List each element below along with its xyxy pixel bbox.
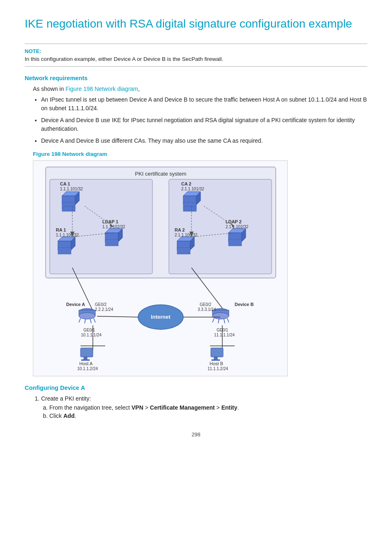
sub-step-list-1: From the navigation tree, select VPN > C…	[49, 404, 367, 419]
svg-point-68	[212, 313, 229, 319]
svg-text:1.1.1.101/32: 1.1.1.101/32	[60, 187, 83, 191]
svg-text:GE0/2: GE0/2	[200, 302, 212, 307]
svg-text:GE0/2: GE0/2	[95, 302, 107, 307]
figure-label: Figure 198 Network diagram	[33, 151, 367, 157]
svg-line-59	[90, 319, 91, 323]
network-requirements-heading: Network requirements	[25, 75, 367, 81]
svg-text:1.1.1.102/32: 1.1.1.102/32	[102, 225, 125, 229]
svg-rect-14	[58, 248, 71, 254]
substep-1a: From the navigation tree, select VPN > C…	[49, 404, 367, 411]
svg-text:3.3.3.1/24: 3.3.3.1/24	[198, 307, 216, 312]
svg-text:LDAP 1: LDAP 1	[102, 219, 118, 224]
configuring-heading: Configuring Device A	[25, 385, 367, 391]
svg-text:10.1.1.1/24: 10.1.1.1/24	[81, 333, 101, 337]
svg-text:CA 2: CA 2	[181, 181, 191, 186]
svg-text:2.1.1.101/32: 2.1.1.101/32	[181, 187, 204, 191]
svg-line-80	[97, 316, 138, 317]
svg-rect-27	[183, 206, 196, 211]
network-diagram: PKI certificate system CA 1 1.1.1.101/32…	[33, 160, 288, 376]
svg-text:2.2.2.1/24: 2.2.2.1/24	[95, 307, 113, 312]
svg-line-60	[94, 318, 95, 322]
note-box: NOTE: In this configuration example, eit…	[25, 44, 367, 67]
svg-line-70	[218, 319, 219, 323]
svg-text:CA 1: CA 1	[60, 181, 70, 186]
svg-line-58	[85, 319, 85, 323]
svg-rect-95	[212, 359, 220, 361]
step-1: Create a PKI entity: From the navigation…	[41, 395, 367, 419]
svg-text:Host A: Host A	[79, 361, 93, 366]
page-number: 298	[25, 431, 367, 438]
svg-text:Internet: Internet	[151, 314, 171, 320]
bullet-item-1: An IPsec tunnel is set up between Device…	[41, 95, 367, 113]
svg-text:LDAP 2: LDAP 2	[226, 219, 242, 224]
svg-text:RA 2: RA 2	[175, 227, 185, 232]
svg-text:PKI certificate system: PKI certificate system	[135, 171, 187, 177]
svg-text:Device B: Device B	[235, 302, 254, 307]
svg-text:11.1.1.2/24: 11.1.1.2/24	[208, 366, 228, 371]
svg-text:Host B: Host B	[210, 361, 223, 366]
svg-rect-93	[211, 348, 223, 357]
svg-line-72	[227, 318, 229, 322]
svg-rect-3	[169, 179, 272, 274]
svg-rect-8	[62, 206, 75, 211]
svg-rect-20	[105, 239, 118, 246]
page-title: IKE negotiation with RSA digital signatu…	[25, 16, 367, 31]
note-text: In this configuration example, either De…	[25, 56, 367, 62]
svg-text:GE0/1: GE0/1	[83, 328, 95, 332]
svg-text:10.1.1.2/24: 10.1.1.2/24	[77, 366, 98, 371]
svg-point-56	[79, 313, 95, 319]
bullet-item-2: Device A and Device B use IKE for IPsec …	[41, 116, 367, 133]
configuring-section: Configuring Device A Create a PKI entity…	[25, 385, 367, 419]
svg-rect-85	[81, 348, 93, 357]
diagram-svg: PKI certificate system CA 1 1.1.1.101/32…	[33, 161, 288, 375]
svg-text:RA 1: RA 1	[56, 227, 66, 232]
substep-1b: Click Add.	[49, 412, 367, 419]
svg-rect-39	[228, 239, 242, 246]
svg-rect-94	[214, 357, 217, 359]
svg-text:2.1.1.102/32: 2.1.1.102/32	[226, 225, 249, 229]
svg-text:11.1.1.1/24: 11.1.1.1/24	[214, 333, 235, 337]
note-label: NOTE:	[25, 48, 367, 54]
svg-line-71	[224, 319, 225, 323]
svg-rect-87	[81, 359, 90, 361]
svg-rect-86	[84, 357, 87, 359]
svg-rect-33	[177, 248, 190, 254]
bullet-list: An IPsec tunnel is set up between Device…	[41, 95, 367, 145]
svg-text:2.1.1.100/32: 2.1.1.100/32	[175, 233, 198, 237]
step-1-text: Create a PKI entity:	[41, 395, 91, 402]
bullet-item-3: Device A and Device B use different CAs.…	[41, 137, 367, 145]
svg-text:Device A: Device A	[66, 302, 85, 307]
intro-text: As shown in Figure 198 Network diagram,	[33, 86, 367, 92]
svg-line-57	[79, 318, 81, 322]
network-requirements-section: Network requirements As shown in Figure …	[25, 75, 367, 145]
svg-line-69	[212, 318, 214, 322]
step-list: Create a PKI entity: From the navigation…	[41, 395, 367, 419]
figure-link[interactable]: Figure 198 Network diagram	[65, 86, 138, 92]
